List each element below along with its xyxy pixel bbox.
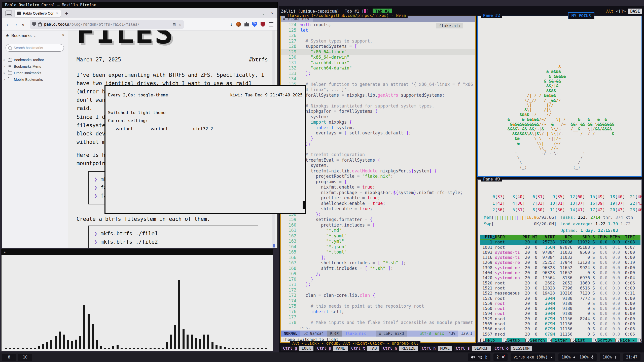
workspace-button-8[interactable]: 8 (2, 354, 16, 361)
code-row[interactable]: 178 # Make inputs and the flake itself a… (281, 320, 475, 325)
code-row[interactable]: 165 "*.toml" (281, 249, 475, 255)
code-row[interactable]: 172 (281, 287, 475, 293)
code-row[interactable]: 150 treefmt-nix.lib.evalModule nixpkgsFo… (281, 168, 475, 174)
tabstrip-close-icon[interactable]: × (271, 11, 273, 16)
process-row[interactable]: 1522 messagebus 20 0 19428 10216 7120 S … (480, 291, 640, 296)
fkey-f3[interactable]: F3Search (525, 338, 547, 342)
window-resize-knob[interactable] (303, 201, 306, 209)
code-row[interactable]: 176 inherit self; (281, 309, 475, 315)
code-row[interactable]: 147 # treefmt configuration (281, 152, 475, 158)
process-row[interactable]: 1521 root 20 0 12828 7396 6516 S 0.0 0.0… (480, 286, 640, 291)
code-row[interactable]: 134 (281, 76, 475, 82)
code-row[interactable]: 146 (281, 147, 475, 152)
cpu-widget[interactable]: virus.exe (88%) ▾ (511, 353, 556, 361)
expand-chevron-icon[interactable]: > (4, 71, 6, 75)
code-row[interactable]: 148 treefmtEval = forAllSystems ( (281, 158, 475, 163)
article-tag[interactable]: #btrfs (249, 57, 268, 63)
firefox-view-icon[interactable] (6, 11, 12, 16)
code-row[interactable]: 158 }; (281, 212, 475, 217)
bonsai-pane[interactable]: Pane #2 MY FOCUS & & &&&& & &&&&& & &&~&… (477, 16, 642, 177)
code-row[interactable]: 152 programs = { (281, 179, 475, 185)
keybind-tab[interactable]: Ctrl t (349, 346, 367, 351)
privacy-badger-icon[interactable]: 9+ (252, 22, 257, 27)
code-row[interactable]: 142 inherit system; (281, 125, 475, 131)
extension-icon-2[interactable] (244, 22, 249, 26)
workspace-button-10[interactable]: 10 (18, 354, 32, 361)
pane2-focus-tab[interactable]: MY FOCUS (568, 12, 594, 19)
power-widget[interactable]: 100% (600, 353, 620, 361)
keybind-resize[interactable]: Ctrl n (381, 346, 399, 351)
nvim-editor[interactable]: ❆ flake.nix 124with inputs;125let126127 … (281, 16, 475, 342)
fkey-f7[interactable]: F7Nice - (615, 338, 637, 342)
volume-icon[interactable] (471, 355, 475, 359)
code-row[interactable]: 138 # Nixpkgs instantiated for supported… (281, 103, 475, 109)
process-row[interactable]: 1520 root 20 0 2692 2052 1860 S 0.0 0.0 … (480, 281, 640, 286)
nvim-pane[interactable]: flake.nix (~/code/github.com/pinpox/nixo… (280, 16, 476, 343)
sidebar-chevron-icon[interactable]: ⌄ (33, 34, 36, 38)
nvim-code-area[interactable]: 124with inputs;125let126127 # System typ… (281, 22, 475, 331)
sidebar-item-bookmarks-menu[interactable]: >Bookmarks Menu (4, 63, 66, 70)
process-row[interactable]: 1594 root 20 0 304M 9180 0 S 0.0 0.0 0:0… (480, 311, 640, 316)
keybind-lock[interactable]: Ctrl g (281, 346, 299, 351)
code-row[interactable]: 140 system: (281, 114, 475, 120)
active-tab[interactable]: Pablo Ovelleiro Cor × (15, 10, 61, 17)
code-row[interactable]: 154 nixfmt.package = nixpkgsFor.${system… (281, 190, 475, 196)
keybind-move[interactable]: Ctrl h (420, 346, 438, 351)
fkey-f2[interactable]: F2Setup (502, 338, 525, 342)
watch-toggle-theme-window[interactable]: Every 2,0s: toggle-theme kiwi: Tue Dec 9… (104, 85, 306, 214)
process-row[interactable]: 1565 nscd 20 0 679M 11156 0 S 0.0 0.0 0:… (480, 321, 640, 327)
code-row[interactable]: 177 (281, 314, 475, 320)
process-row[interactable]: 1529 nscd 20 0 679M 11156 8244 S 0.0 0.0… (480, 316, 640, 321)
process-row[interactable]: 1420 systemd-oo 20 0 17564 8136 6976 S 0… (480, 275, 640, 280)
list-tabs-icon[interactable]: ⌄ (262, 11, 265, 16)
bluetooth-icon[interactable]: ᛒ (485, 355, 487, 360)
code-row[interactable]: 133 ]; (281, 71, 475, 77)
code-row[interactable]: 171 ); (281, 282, 475, 287)
new-tab-button[interactable]: + (63, 11, 70, 16)
code-row[interactable]: 127 # System types to support. (281, 39, 475, 44)
process-row[interactable]: 1398 systemd-ne 20 0 96328 11652 9924 S … (480, 265, 640, 270)
code-row[interactable]: 169 }; (281, 271, 475, 277)
process-row[interactable]: 1 root 20 0 25728 17096 11932 S 0.0 0.0 … (480, 240, 640, 245)
code-row[interactable]: 139 nixpkgsFor = forAllSystems ( (281, 109, 475, 114)
code-row[interactable]: 161 "*.md" (281, 228, 475, 233)
menu-hamburger-icon[interactable] (269, 22, 273, 26)
code-row[interactable]: 151 projectRootFile = "flake.nix"; (281, 174, 475, 179)
code-row[interactable]: 136 forAllSystems = nixpkgs.lib.genAttrs… (281, 93, 475, 98)
code-row[interactable]: 156 shellcheck.enable = true; (281, 201, 475, 206)
code-row[interactable]: _64-linux"; ... }'. (281, 87, 475, 93)
code-row[interactable]: 167 shellcheck.includes = [ "*.sh" ]; (281, 260, 475, 266)
visualizer-titlebar[interactable]: ▲ (2, 249, 273, 255)
audio-levels-widget[interactable]: 100% 100% (558, 353, 596, 361)
code-row[interactable]: 153 nixfmt.enable = true; (281, 185, 475, 190)
code-row[interactable]: 129 "x86_64-linux" (281, 49, 475, 55)
code-row[interactable]: 137 (281, 98, 475, 103)
process-row[interactable]: 1559 root 20 0 304M 9180 0 S 0.0 0.0 0:0… (480, 301, 640, 306)
process-row[interactable]: 1566 nscd 20 0 679M 11156 0 S 0.0 0.0 0:… (480, 327, 640, 332)
process-row[interactable]: 1116 systemd-ti 20 0 97884 11032 0 S 0.0… (480, 255, 640, 260)
code-row[interactable]: 173 clan = clan-core.lib.clan { (281, 293, 475, 298)
forward-button[interactable]: → (14, 22, 17, 27)
fkey-f8[interactable]: F8Nice (637, 338, 641, 342)
downloads-icon[interactable]: ↓ (230, 22, 233, 27)
code-row[interactable]: 175 # this needs to point at the reposit… (281, 304, 475, 309)
expand-chevron-icon[interactable]: > (4, 58, 6, 61)
notification-group[interactable]: 2 (493, 353, 508, 361)
process-row[interactable]: 1560 root 20 0 304M 9180 0 S 0.0 0.0 0:0… (480, 306, 640, 311)
code-row[interactable]: 174 (281, 298, 475, 304)
code-row[interactable]: 168 shfmt.includes = [ "*.sh" ]; (281, 266, 475, 271)
lock-icon[interactable] (38, 23, 42, 26)
code-row[interactable]: 157 shfmt.enable = true; (281, 206, 475, 212)
code-row[interactable]: 160 prettier.includes = [ (281, 223, 475, 228)
fkey-f6[interactable]: F6SortBy (592, 338, 615, 342)
sidebar-close-icon[interactable]: × (62, 33, 64, 38)
expand-chevron-icon[interactable]: > (4, 78, 6, 81)
fkey-f5[interactable]: F5List (570, 338, 592, 342)
code-row[interactable]: 164 "*.json" (281, 244, 475, 250)
tray-icons-group[interactable]: ᛒ (468, 353, 490, 361)
clock[interactable]: 21:47 (623, 353, 640, 361)
expand-chevron-icon[interactable]: > (4, 65, 6, 68)
back-button[interactable]: ← (7, 22, 9, 27)
code-row[interactable]: 166 ]; (281, 255, 475, 261)
fkey-f4[interactable]: F4Filter (547, 338, 570, 342)
